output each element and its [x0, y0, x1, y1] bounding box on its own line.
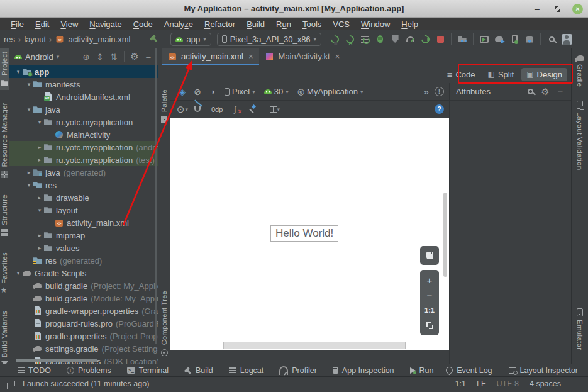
mode-button-split[interactable]: Split	[483, 68, 519, 81]
status-4-spaces[interactable]: 4 spaces	[530, 379, 561, 388]
breadcrumb-activity-main-xml[interactable]: activity_main.xml	[68, 35, 130, 44]
tree-item-mainactivity[interactable]: MainActivity	[9, 128, 158, 141]
pan-button[interactable]	[420, 246, 439, 265]
default-margin-button[interactable]: 0dp	[209, 105, 225, 114]
close-icon[interactable]: ×	[248, 52, 253, 61]
tree-item-values[interactable]: ▸values	[9, 242, 158, 254]
tree-item-app[interactable]: ▾app	[9, 65, 158, 78]
menu-help[interactable]: Help	[396, 20, 424, 29]
status-lf[interactable]: LF	[477, 379, 486, 388]
tree-item-java[interactable]: ▾java	[9, 103, 158, 116]
tree-item-activity-main-xml[interactable]: activity_main.xml	[9, 216, 158, 229]
toolwindow-button-todo[interactable]: TODO	[18, 366, 51, 375]
hide-button[interactable]	[141, 50, 155, 63]
toolwindow-button-event-log[interactable]: Event Log	[446, 366, 492, 375]
expand-all-button[interactable]	[93, 50, 107, 63]
sidebar-item-structure[interactable]: Structure	[0, 191, 9, 240]
collapse-all-button[interactable]	[107, 50, 121, 63]
project-scrollbar-vertical[interactable]	[155, 48, 157, 344]
settings-button[interactable]	[128, 50, 141, 63]
component-tree-tab[interactable]: Component Tree	[160, 291, 168, 345]
menu-window[interactable]: Window	[355, 20, 396, 29]
profiler-button[interactable]	[402, 32, 418, 46]
sdk-manager-button[interactable]	[522, 32, 537, 46]
device-combo[interactable]: Pixel_3a_API_30_x86 ▾	[217, 33, 321, 46]
tree-item-ru-yotc-myapplication-test[interactable]: ▸ru.yotc.myapplication(test)	[9, 154, 158, 166]
toolwindow-button-terminal[interactable]: Terminal	[127, 366, 169, 375]
canvas-scrollbar-horizontal[interactable]	[223, 342, 406, 349]
project-view-selector[interactable]: Android ▾	[14, 52, 59, 62]
tree-item-res[interactable]: ▾res	[9, 179, 158, 191]
menu-view[interactable]: View	[55, 20, 84, 29]
menu-edit[interactable]: Edit	[30, 20, 55, 29]
breadcrumb-layout[interactable]: layout	[24, 35, 46, 44]
coverage-button[interactable]	[357, 32, 372, 46]
sidebar-item-favorites[interactable]: Favorites	[0, 249, 9, 298]
running-devices-button[interactable]	[477, 32, 492, 46]
toolwindow-button-logcat[interactable]: Logcat	[229, 366, 264, 375]
status-utf-8[interactable]: UTF-8	[497, 379, 519, 388]
tree-item-ru-yotc-myapplication[interactable]: ▾ru.yotc.myapplication	[9, 116, 158, 128]
device-manager-button[interactable]	[507, 32, 522, 46]
zoom-fit-button[interactable]	[420, 318, 439, 332]
close-button[interactable]: ×	[572, 4, 583, 14]
run-button[interactable]	[327, 32, 342, 46]
tree-item-java-generated[interactable]: ▸java(generated)	[9, 166, 158, 179]
help-button[interactable]: ?	[435, 104, 444, 114]
sidebar-item-emulator[interactable]: Emulator	[572, 305, 588, 354]
api-selector[interactable]: 30 ▾	[260, 85, 292, 99]
tree-item-build-gradle-project-my-application[interactable]: build.gradle(Project: My_Application)	[9, 279, 158, 292]
sync-changes-button[interactable]	[418, 32, 433, 46]
attach-debugger-button[interactable]	[387, 32, 402, 46]
menu-refactor[interactable]: Refactor	[199, 20, 241, 29]
restore-button[interactable]	[552, 4, 562, 14]
mode-button-design[interactable]: Design	[521, 68, 567, 81]
lock-icon[interactable]	[572, 379, 580, 388]
menu-build[interactable]: Build	[241, 20, 270, 29]
tree-item-gradle-scripts[interactable]: ▾Gradle Scripts	[9, 267, 158, 279]
menu-navigate[interactable]: Navigate	[84, 20, 127, 29]
stop-button[interactable]	[433, 32, 448, 46]
device-file-explorer-button[interactable]	[455, 32, 470, 46]
tree-item-mipmap[interactable]: ▸mipmap	[9, 229, 158, 242]
tree-item-gradle-properties-project-properties[interactable]: gradle.properties(Project Properties)	[9, 330, 158, 342]
tree-item-layout[interactable]: ▾layout	[9, 204, 158, 216]
zoom-in-button[interactable]: +	[420, 273, 439, 287]
tree-item-settings-gradle-project-settings[interactable]: settings.gradle(Project Settings)	[9, 342, 158, 355]
align-button[interactable]: ▾	[268, 103, 282, 116]
tree-item-build-gradle-module-my-application-app[interactable]: build.gradle(Module: My_Application.app)	[9, 292, 158, 305]
design-surface-button[interactable]	[175, 85, 189, 99]
tree-item-manifests[interactable]: ▾manifests	[9, 78, 158, 91]
sidebar-item-project[interactable]: Project	[0, 48, 9, 90]
tab-mainactivity-kt[interactable]: MainActivity.kt×	[259, 48, 346, 65]
clear-constraints-button[interactable]	[230, 103, 243, 116]
sidebar-item-gradle[interactable]: Gradle	[572, 52, 588, 91]
attributes-hide-button[interactable]	[553, 86, 567, 98]
run-config-combo[interactable]: app ▾	[170, 33, 211, 46]
toolwindow-button-build[interactable]: Build	[184, 366, 213, 375]
view-options-button[interactable]: ▾	[175, 103, 189, 116]
issues-button[interactable]: !	[435, 87, 444, 96]
device-selector[interactable]: Pixel ▾	[221, 85, 259, 99]
menu-code[interactable]: Code	[128, 20, 158, 29]
tab-activity-main-xml[interactable]: activity_main.xml×	[162, 48, 259, 65]
project-scrollbar-horizontal[interactable]	[16, 359, 97, 362]
minimize-button[interactable]: –	[532, 4, 542, 14]
toolwindow-button-run[interactable]: Run	[410, 366, 434, 375]
zoom-out-button[interactable]: −	[420, 288, 439, 302]
toolwindow-button-layout-inspector[interactable]: Layout Inspector	[509, 366, 578, 375]
design-canvas[interactable]: Hello World! + − 1:1	[170, 118, 449, 350]
menu-run[interactable]: Run	[270, 20, 297, 29]
night-mode-button[interactable]	[206, 85, 219, 99]
search-everywhere-button[interactable]	[544, 32, 559, 46]
hello-world-textview[interactable]: Hello World!	[270, 225, 338, 242]
tree-item-proguard-rules-pro-proguard-rules-for-app[interactable]: proguard-rules.pro(ProGuard Rules for ap…	[9, 317, 158, 330]
zoom-actual-button[interactable]: 1:1	[420, 303, 439, 317]
sidebar-item-resource-manager[interactable]: Resource Manager	[0, 99, 9, 182]
theme-selector[interactable]: MyApplication ▾	[294, 85, 367, 99]
toolbar-overflow-button[interactable]	[419, 85, 433, 99]
mode-button-code[interactable]: Code	[442, 67, 480, 82]
toolwindow-button-app-inspection[interactable]: App Inspection	[333, 366, 394, 375]
tree-item-drawable[interactable]: ▸drawable	[9, 191, 158, 204]
attributes-settings-button[interactable]	[538, 86, 552, 98]
